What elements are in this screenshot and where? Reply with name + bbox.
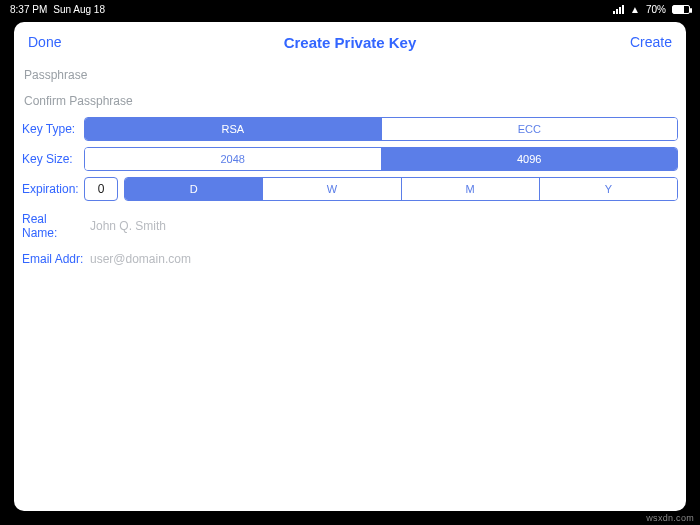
key-type-row: Key Type: RSA ECC [18, 114, 682, 144]
cell-signal-icon [613, 5, 624, 14]
email-row: Email Addr: [18, 244, 682, 270]
watermark: wsxdn.com [646, 513, 694, 523]
page-title: Create Private Key [14, 34, 686, 51]
expiration-value-box[interactable]: 0 [84, 177, 118, 201]
done-button[interactable]: Done [28, 34, 61, 50]
modal-sheet: Done Create Private Key Create Key Type:… [14, 22, 686, 511]
expiration-unit-y[interactable]: Y [539, 178, 677, 200]
real-name-label: Real Name: [22, 212, 84, 240]
create-button[interactable]: Create [630, 34, 672, 50]
status-date: Sun Aug 18 [53, 4, 105, 15]
expiration-unit-d[interactable]: D [125, 178, 262, 200]
device-frame: 8:37 PM Sun Aug 18 ▲ 70% Done Create Pri… [0, 0, 700, 525]
key-size-label: Key Size: [22, 152, 78, 166]
nav-bar: Done Create Private Key Create [14, 22, 686, 62]
wifi-icon: ▲ [630, 4, 640, 15]
status-bar: 8:37 PM Sun Aug 18 ▲ 70% [0, 0, 700, 18]
expiration-label: Expiration: [22, 182, 78, 196]
passphrase-input[interactable] [24, 68, 676, 82]
form: Key Type: RSA ECC Key Size: 2048 4096 Ex… [14, 62, 686, 270]
key-size-row: Key Size: 2048 4096 [18, 144, 682, 174]
key-type-segmented[interactable]: RSA ECC [84, 117, 678, 141]
key-type-label: Key Type: [22, 122, 78, 136]
key-size-segmented[interactable]: 2048 4096 [84, 147, 678, 171]
key-size-option-2048[interactable]: 2048 [85, 148, 381, 170]
expiration-unit-w[interactable]: W [262, 178, 400, 200]
expiration-unit-segmented[interactable]: D W M Y [124, 177, 678, 201]
expiration-row: Expiration: 0 D W M Y [18, 174, 682, 204]
battery-percent: 70% [646, 4, 666, 15]
battery-icon [672, 5, 690, 14]
confirm-passphrase-input[interactable] [24, 94, 676, 108]
confirm-passphrase-row [18, 88, 682, 114]
key-type-option-rsa[interactable]: RSA [85, 118, 381, 140]
expiration-unit-m[interactable]: M [401, 178, 539, 200]
key-size-option-4096[interactable]: 4096 [381, 148, 678, 170]
passphrase-row [18, 62, 682, 88]
email-input[interactable] [90, 252, 678, 266]
status-time: 8:37 PM [10, 4, 47, 15]
key-type-option-ecc[interactable]: ECC [381, 118, 678, 140]
real-name-row: Real Name: [18, 204, 682, 244]
real-name-input[interactable] [90, 219, 678, 233]
email-label: Email Addr: [22, 252, 84, 266]
